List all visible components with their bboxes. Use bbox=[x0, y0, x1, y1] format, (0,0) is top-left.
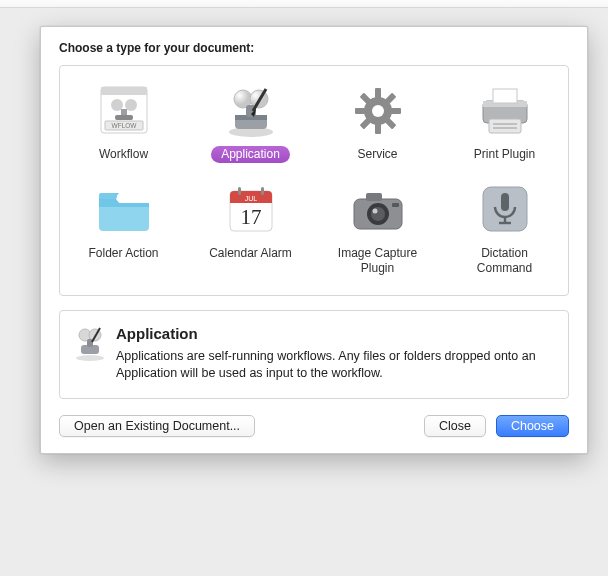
type-option-image-capture[interactable]: Image Capture Plugin bbox=[314, 175, 441, 289]
svg-rect-20 bbox=[355, 108, 365, 114]
svg-point-39 bbox=[371, 207, 385, 221]
type-label: Dictation Command bbox=[445, 245, 564, 277]
svg-rect-32 bbox=[99, 193, 117, 199]
description-panel: Application Applications are self-runnin… bbox=[59, 310, 569, 399]
svg-text:WFLOW: WFLOW bbox=[111, 122, 137, 129]
svg-rect-28 bbox=[493, 89, 517, 103]
choose-button[interactable]: Choose bbox=[496, 415, 569, 437]
type-option-calendar-alarm[interactable]: JUL 17 Calendar Alarm bbox=[187, 175, 314, 289]
folder-icon bbox=[89, 179, 159, 241]
type-option-folder-action[interactable]: Folder Action bbox=[60, 175, 187, 289]
type-label: Calendar Alarm bbox=[199, 245, 302, 262]
calendar-icon: JUL 17 bbox=[216, 179, 286, 241]
svg-rect-19 bbox=[391, 108, 401, 114]
prompt-label: Choose a type for your document: bbox=[59, 41, 569, 55]
svg-point-40 bbox=[372, 209, 377, 214]
workflow-icon: WFLOW bbox=[89, 80, 159, 142]
svg-rect-1 bbox=[101, 87, 147, 95]
window-titlebar bbox=[0, 0, 608, 8]
printer-icon bbox=[470, 80, 540, 142]
svg-rect-31 bbox=[493, 127, 517, 129]
document-type-grid: WFLOW Workflow bbox=[59, 65, 569, 296]
type-label: Workflow bbox=[89, 146, 158, 163]
type-option-application[interactable]: Application bbox=[187, 76, 314, 175]
svg-rect-18 bbox=[375, 124, 381, 134]
svg-rect-17 bbox=[375, 88, 381, 98]
calendar-day: 17 bbox=[240, 205, 261, 229]
type-label: Service bbox=[347, 146, 407, 163]
type-label: Application bbox=[211, 146, 290, 163]
svg-rect-34 bbox=[238, 187, 241, 195]
calendar-month: JUL bbox=[244, 195, 257, 202]
open-existing-button[interactable]: Open an Existing Document... bbox=[59, 415, 255, 437]
application-icon bbox=[216, 80, 286, 142]
camera-icon bbox=[343, 179, 413, 241]
template-chooser-sheet: Choose a type for your document: WFLOW bbox=[40, 26, 588, 454]
gear-icon bbox=[343, 80, 413, 142]
type-option-print-plugin[interactable]: Print Plugin bbox=[441, 76, 568, 175]
svg-rect-30 bbox=[493, 123, 517, 125]
svg-rect-35 bbox=[261, 187, 264, 195]
description-body: Applications are self-running workflows.… bbox=[116, 348, 554, 382]
close-button[interactable]: Close bbox=[424, 415, 486, 437]
svg-rect-7 bbox=[115, 115, 133, 120]
type-label: Print Plugin bbox=[464, 146, 545, 163]
type-label: Image Capture Plugin bbox=[318, 245, 437, 277]
microphone-icon bbox=[470, 179, 540, 241]
button-row: Open an Existing Document... Close Choos… bbox=[59, 415, 569, 437]
type-option-dictation[interactable]: Dictation Command bbox=[441, 175, 568, 289]
svg-rect-43 bbox=[501, 193, 509, 211]
svg-rect-29 bbox=[489, 119, 521, 133]
svg-point-46 bbox=[76, 355, 104, 361]
svg-rect-37 bbox=[366, 193, 382, 201]
type-option-service[interactable]: Service bbox=[314, 76, 441, 175]
svg-rect-41 bbox=[392, 203, 399, 207]
type-option-workflow[interactable]: WFLOW Workflow bbox=[60, 76, 187, 175]
type-label: Folder Action bbox=[78, 245, 168, 262]
svg-point-25 bbox=[372, 105, 384, 117]
description-icon bbox=[70, 323, 110, 363]
description-title: Application bbox=[116, 325, 554, 342]
